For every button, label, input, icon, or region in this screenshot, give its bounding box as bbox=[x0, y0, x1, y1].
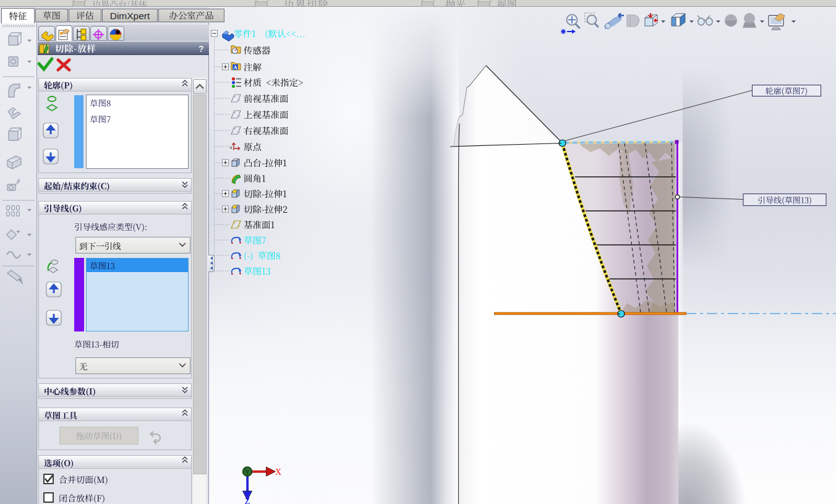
svg-text:Y: Y bbox=[245, 468, 250, 476]
svg-text:Z: Z bbox=[245, 497, 250, 504]
svg-text:?: ? bbox=[198, 44, 204, 54]
svg-text:X: X bbox=[275, 468, 281, 477]
svg-text:DimXpert: DimXpert bbox=[110, 11, 150, 21]
svg-text:A: A bbox=[233, 64, 237, 70]
